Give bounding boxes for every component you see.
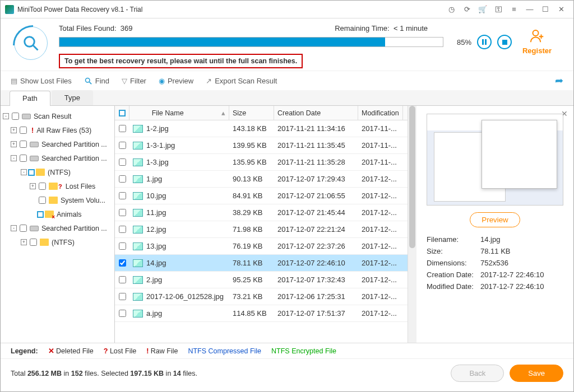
expand-icon[interactable]: +: [11, 127, 17, 133]
table-row[interactable]: 13.jpg76.19 KB2017-12-07 22:37:262017-12…: [115, 238, 408, 255]
checkbox[interactable]: [30, 239, 37, 246]
file-name: 2.jpg: [146, 276, 162, 284]
row-checkbox[interactable]: [119, 192, 126, 199]
filter-button[interactable]: ▽Filter: [122, 77, 146, 85]
column-modification[interactable]: Modification: [358, 106, 403, 120]
row-checkbox[interactable]: [119, 158, 126, 166]
expand-icon[interactable]: -: [3, 113, 9, 119]
file-name: 14.jpg: [146, 259, 166, 267]
table-row[interactable]: 1.jpg90.13 KB2017-12-07 17:29:432017-12-…: [115, 171, 408, 188]
export-button[interactable]: ↗Export Scan Result: [206, 77, 277, 85]
checkbox[interactable]: [20, 225, 27, 232]
file-modification: 2017-12-...: [358, 288, 403, 305]
back-button[interactable]: Back: [451, 365, 504, 382]
meta-dimensions: 752x536: [480, 259, 508, 267]
svg-line-1: [33, 45, 38, 50]
checkbox[interactable]: [20, 127, 27, 134]
stop-button[interactable]: [497, 35, 512, 49]
raw-icon: !: [31, 127, 34, 134]
folder-tree[interactable]: -Scan Result+!All Raw Files (53)+Searche…: [1, 106, 115, 343]
expand-icon[interactable]: -: [11, 155, 17, 161]
register-button[interactable]: Register: [512, 24, 562, 55]
file-creation: 2017-12-06 17:25:31: [274, 288, 358, 305]
column-filename[interactable]: File Name▴: [129, 106, 229, 120]
open-preview-button[interactable]: Preview: [470, 212, 520, 227]
checkbox[interactable]: [12, 113, 19, 120]
scrollbar-vertical[interactable]: [408, 106, 416, 343]
column-creation[interactable]: Creation Date: [274, 106, 358, 120]
expand-icon[interactable]: +: [11, 141, 17, 147]
row-checkbox[interactable]: [119, 242, 126, 250]
table-row[interactable]: 12.jpg71.98 KB2017-12-07 22:21:242017-12…: [115, 221, 408, 238]
tree-node[interactable]: +?Lost Files: [1, 179, 114, 193]
tree-node[interactable]: -Scan Result: [1, 109, 114, 123]
preview-button[interactable]: ◉Preview: [159, 77, 193, 85]
checkbox[interactable]: [28, 169, 35, 176]
table-row[interactable]: a.jpg114.85 KB2017-12-07 17:51:372017-12…: [115, 305, 408, 322]
row-checkbox[interactable]: [119, 209, 126, 216]
table-row[interactable]: 1-3.jpg135.95 KB2017-11-21 11:35:282017-…: [115, 154, 408, 171]
tree-node[interactable]: Animals: [1, 207, 114, 221]
minimize-button[interactable]: —: [522, 2, 538, 17]
pause-button[interactable]: [477, 35, 492, 49]
save-button[interactable]: Save: [510, 365, 563, 382]
row-checkbox[interactable]: [119, 293, 126, 300]
row-checkbox[interactable]: [119, 226, 126, 233]
tree-label: (NTFS): [48, 169, 71, 176]
table-row[interactable]: 2.jpg95.25 KB2017-12-07 17:32:432017-12-…: [115, 272, 408, 288]
expand-icon[interactable]: -: [21, 169, 27, 175]
checkbox[interactable]: [20, 141, 27, 148]
image-icon: [133, 242, 143, 250]
header-checkbox[interactable]: [115, 106, 129, 120]
file-metadata: Filename:14.jpg Size:78.11 KB Dimensions…: [427, 235, 563, 291]
checkbox[interactable]: [39, 197, 46, 204]
row-checkbox[interactable]: [119, 125, 126, 132]
file-name: 11.jpg: [146, 208, 166, 217]
key-icon[interactable]: ⚿: [490, 2, 506, 17]
column-size[interactable]: Size: [229, 106, 274, 120]
tab-type[interactable]: Type: [52, 90, 93, 105]
tree-node[interactable]: System Volu...: [1, 193, 114, 207]
file-modification: 2017-11-...: [358, 120, 403, 137]
share-icon[interactable]: ➦: [555, 74, 563, 87]
checkbox[interactable]: [20, 155, 27, 162]
close-button[interactable]: ✕: [553, 2, 569, 17]
row-checkbox[interactable]: [119, 142, 126, 149]
table-row[interactable]: 10.jpg84.91 KB2017-12-07 21:06:552017-12…: [115, 188, 408, 204]
file-size: 90.13 KB: [229, 171, 274, 187]
checkbox[interactable]: [39, 183, 46, 190]
tree-label: All Raw Files (53): [36, 127, 91, 134]
tab-path[interactable]: Path: [10, 91, 50, 106]
table-row[interactable]: 11.jpg38.29 KB2017-12-07 21:45:442017-12…: [115, 204, 408, 221]
expand-icon[interactable]: +: [30, 183, 36, 189]
svg-point-5: [533, 30, 539, 36]
show-lost-files-button[interactable]: ▤Show Lost Files: [11, 77, 72, 85]
table-row[interactable]: 14.jpg78.11 KB2017-12-07 22:46:102017-12…: [115, 255, 408, 272]
refresh-icon[interactable]: ⟳: [459, 2, 475, 17]
row-checkbox[interactable]: [119, 276, 126, 283]
checkbox[interactable]: [37, 211, 44, 218]
row-checkbox[interactable]: [119, 175, 126, 183]
cart-icon[interactable]: 🛒: [475, 2, 490, 17]
tree-node[interactable]: +Searched Partition ...: [1, 137, 114, 151]
menu-icon[interactable]: ≡: [506, 2, 522, 17]
tree-node[interactable]: -(NTFS): [1, 165, 114, 179]
file-name: 1-3.jpg: [146, 158, 169, 166]
row-checkbox[interactable]: [119, 259, 126, 267]
expand-icon[interactable]: -: [11, 225, 17, 231]
table-row[interactable]: 2017-12-06_012528.jpg73.21 KB2017-12-06 …: [115, 288, 408, 305]
file-name: a.jpg: [146, 309, 162, 318]
row-checkbox[interactable]: [119, 310, 126, 317]
find-button[interactable]: Find: [84, 77, 109, 85]
table-row[interactable]: 1-3-1.jpg139.95 KB2017-11-21 11:35:45201…: [115, 137, 408, 154]
register-label: Register: [512, 46, 562, 55]
expand-icon[interactable]: +: [21, 239, 27, 245]
tree-node[interactable]: +!All Raw Files (53): [1, 123, 114, 137]
maximize-button[interactable]: ☐: [538, 2, 553, 17]
table-row[interactable]: 1-2.jpg143.18 KB2017-11-21 11:34:162017-…: [115, 120, 408, 137]
image-icon: [133, 175, 143, 183]
tree-node[interactable]: -Searched Partition ...: [1, 221, 114, 235]
tree-node[interactable]: +(NTFS): [1, 235, 114, 249]
tree-node[interactable]: -Searched Partition ...: [1, 151, 114, 165]
clock-icon[interactable]: ◷: [443, 2, 459, 17]
